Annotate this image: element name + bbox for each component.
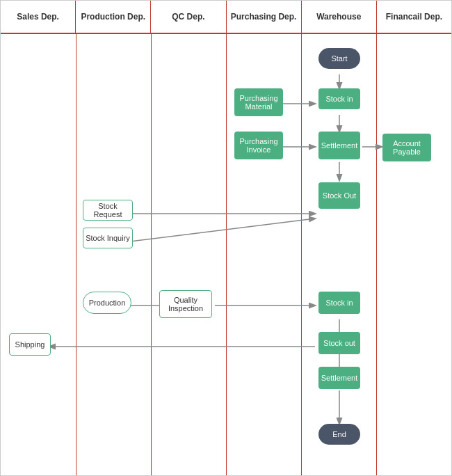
header-sales: Sales Dep. xyxy=(1,1,76,33)
node-account-payable: Account Payable xyxy=(382,134,431,161)
diagram-container: Sales Dep. Production Dep. QC Dep. Purch… xyxy=(0,0,452,476)
header-purchasing: Purchasing Dep. xyxy=(227,1,302,33)
node-stock-inquiry: Stock Inquiry xyxy=(83,228,133,248)
node-shipping: Shipping xyxy=(9,333,51,356)
divider-1 xyxy=(76,34,76,476)
node-stock-in-1: Stock in xyxy=(318,88,360,109)
node-stock-out-2: Stock out xyxy=(318,332,360,354)
header-production: Production Dep. xyxy=(76,1,151,33)
header-row: Sales Dep. Production Dep. QC Dep. Purch… xyxy=(1,1,451,34)
node-stock-out-1: Stock Out xyxy=(318,182,360,209)
node-stock-request: Stock Request xyxy=(83,200,133,221)
node-production: Production xyxy=(83,292,131,314)
node-start: Start xyxy=(318,48,360,69)
node-settlement-2: Settlement xyxy=(318,367,360,389)
node-quality-inspection: Quality Inspection xyxy=(159,290,212,318)
node-purchasing-invoice: Purchasing Invoice xyxy=(234,132,283,159)
divider-3 xyxy=(226,34,227,476)
divider-4 xyxy=(301,34,302,476)
node-purchasing-material: Purchasing Material xyxy=(234,88,283,116)
svg-line-7 xyxy=(130,219,315,241)
divider-2 xyxy=(151,34,152,476)
header-warehouse: Warehouse xyxy=(302,1,377,33)
node-end: End xyxy=(318,424,360,445)
header-qc: QC Dep. xyxy=(151,1,226,33)
body-area: Start Purchasing Material Stock in Purch… xyxy=(1,34,451,476)
header-financial: Financail Dep. xyxy=(377,1,451,33)
node-settlement-1: Settlement xyxy=(318,132,360,159)
node-stock-in-2: Stock in xyxy=(318,292,360,314)
divider-5 xyxy=(376,34,377,476)
